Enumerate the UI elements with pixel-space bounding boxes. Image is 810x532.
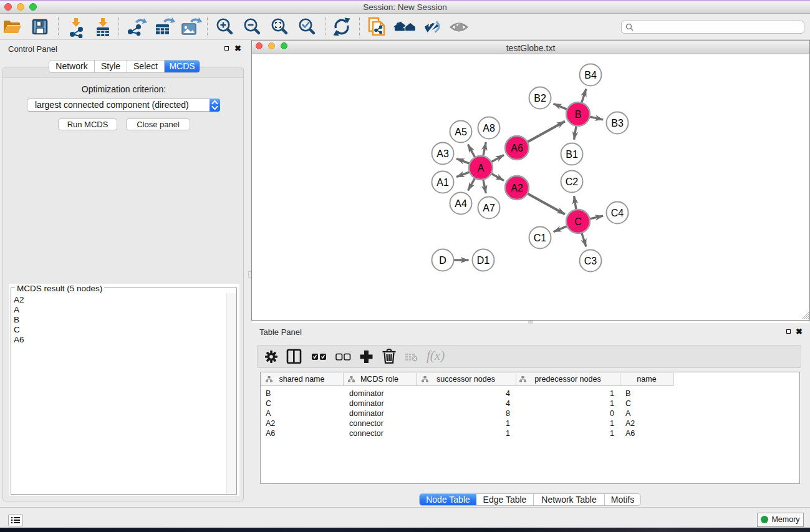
svg-text:A: A — [478, 163, 485, 173]
svg-text:C1: C1 — [534, 233, 547, 243]
svg-text:A6: A6 — [511, 143, 523, 153]
svg-text:A3: A3 — [436, 148, 449, 159]
svg-text:B: B — [575, 109, 582, 120]
svg-text:A1: A1 — [436, 177, 449, 188]
svg-text:C: C — [574, 216, 582, 227]
svg-text:C2: C2 — [566, 177, 579, 187]
svg-text:A4: A4 — [455, 198, 467, 209]
svg-text:D: D — [439, 255, 446, 266]
svg-text:B1: B1 — [566, 149, 578, 160]
svg-text:A2: A2 — [511, 183, 523, 193]
svg-text:A8: A8 — [483, 123, 495, 133]
svg-text:C3: C3 — [584, 256, 597, 266]
svg-text:C4: C4 — [611, 208, 624, 218]
svg-text:B3: B3 — [611, 118, 624, 128]
svg-text:D1: D1 — [477, 255, 490, 266]
svg-text:B2: B2 — [534, 93, 546, 104]
svg-text:A5: A5 — [455, 127, 467, 137]
svg-text:A7: A7 — [483, 203, 495, 213]
svg-text:B4: B4 — [584, 70, 597, 80]
